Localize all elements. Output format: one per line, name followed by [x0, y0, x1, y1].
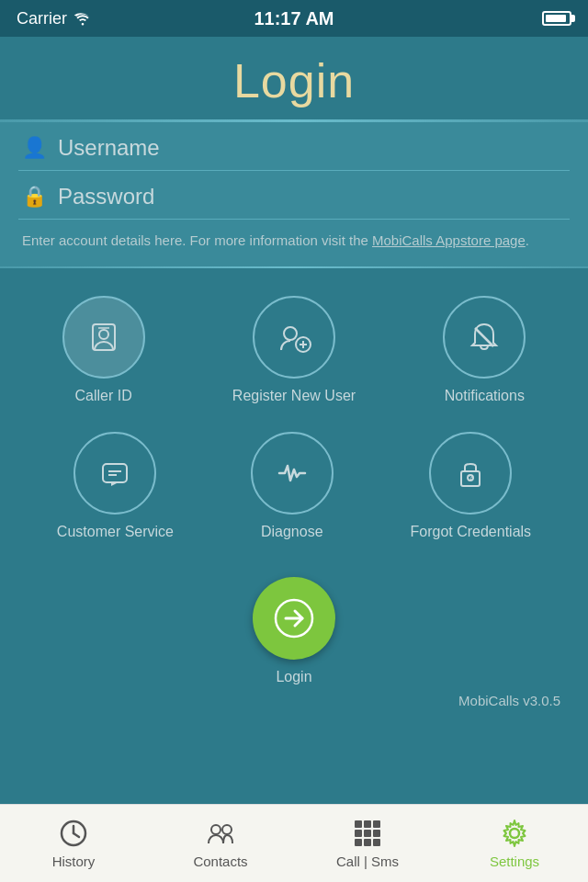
wifi-icon	[73, 11, 93, 26]
button-row-2: Customer Service Diagnose	[18, 432, 570, 540]
lock-icon: 🔒	[22, 185, 47, 209]
svg-rect-22	[373, 820, 380, 828]
tab-history-label: History	[52, 854, 96, 869]
svg-rect-25	[373, 830, 380, 837]
diagnose-label: Diagnose	[261, 524, 323, 540]
notifications-label: Notifications	[445, 388, 525, 404]
tab-bar: History Contacts Call | Sms Sett	[0, 804, 588, 882]
svg-rect-20	[355, 820, 362, 828]
notifications-icon	[466, 319, 503, 356]
notifications-button[interactable]: Notifications	[443, 296, 526, 404]
carrier-label: Carrier	[17, 9, 67, 28]
tab-call-sms-label: Call | Sms	[336, 854, 399, 869]
caller-id-button[interactable]: Caller ID	[62, 296, 145, 404]
svg-rect-8	[103, 464, 127, 482]
username-input[interactable]	[58, 135, 566, 161]
page-title: Login	[0, 53, 588, 108]
svg-line-17	[74, 833, 79, 837]
version-text: MobiCalls v3.0.5	[18, 693, 570, 708]
register-icon	[276, 319, 312, 356]
svg-rect-28	[373, 839, 380, 846]
register-new-user-label: Register New User	[232, 388, 356, 404]
svg-line-7	[475, 328, 493, 346]
caller-id-label: Caller ID	[74, 388, 131, 404]
login-button-wrapper: Login	[253, 577, 335, 685]
time-display: 11:17 AM	[254, 8, 334, 29]
call-sms-icon	[352, 818, 383, 849]
username-field-container: 👤	[18, 122, 570, 171]
contacts-icon	[205, 818, 236, 849]
password-input[interactable]	[58, 184, 566, 209]
login-button[interactable]	[253, 577, 335, 660]
tab-call-sms[interactable]: Call | Sms	[294, 805, 441, 882]
tab-settings-label: Settings	[490, 854, 539, 869]
button-grid: Caller ID Register New User	[18, 296, 570, 685]
diagnose-icon	[274, 455, 311, 492]
carrier-info: Carrier	[17, 9, 93, 28]
svg-rect-24	[364, 830, 371, 837]
status-bar: Carrier 11:17 AM	[0, 0, 588, 37]
svg-point-18	[211, 825, 220, 834]
diagnose-button[interactable]: Diagnose	[251, 432, 334, 540]
svg-point-1	[99, 330, 108, 339]
main-area: Caller ID Register New User	[0, 268, 588, 804]
appstore-link[interactable]: MobiCalls Appstore page	[372, 232, 526, 248]
settings-icon	[499, 818, 530, 849]
forgot-credentials-icon: ?	[452, 455, 489, 492]
tab-settings[interactable]: Settings	[441, 805, 588, 882]
svg-text:?: ?	[469, 473, 473, 481]
tab-contacts-label: Contacts	[193, 854, 247, 869]
svg-point-19	[222, 825, 232, 834]
button-row-1: Caller ID Register New User	[18, 296, 570, 404]
register-new-user-button[interactable]: Register New User	[232, 296, 356, 404]
customer-service-button[interactable]: Customer Service	[57, 432, 174, 540]
tab-contacts[interactable]: Contacts	[147, 805, 294, 882]
svg-rect-23	[355, 830, 362, 837]
customer-service-icon	[96, 455, 133, 492]
form-hint: Enter account details here. For more inf…	[18, 220, 570, 254]
login-icon	[271, 595, 317, 641]
password-field-container: 🔒	[18, 171, 570, 220]
battery-icon	[542, 11, 571, 26]
battery-indicator	[542, 11, 571, 26]
forgot-credentials-button[interactable]: ? Forgot Credentials	[410, 432, 531, 540]
svg-rect-21	[364, 820, 371, 828]
user-icon: 👤	[22, 136, 47, 160]
login-label: Login	[276, 669, 311, 685]
login-form: 👤 🔒 Enter account details here. For more…	[0, 122, 588, 266]
caller-id-icon	[85, 319, 122, 356]
forgot-credentials-label: Forgot Credentials	[410, 524, 531, 540]
svg-point-29	[510, 829, 519, 838]
customer-service-label: Customer Service	[57, 524, 174, 540]
svg-rect-26	[355, 839, 362, 846]
tab-history[interactable]: History	[0, 805, 147, 882]
svg-point-3	[284, 327, 297, 340]
history-icon	[58, 818, 89, 849]
title-bar: Login	[0, 37, 588, 119]
svg-rect-27	[364, 839, 371, 846]
